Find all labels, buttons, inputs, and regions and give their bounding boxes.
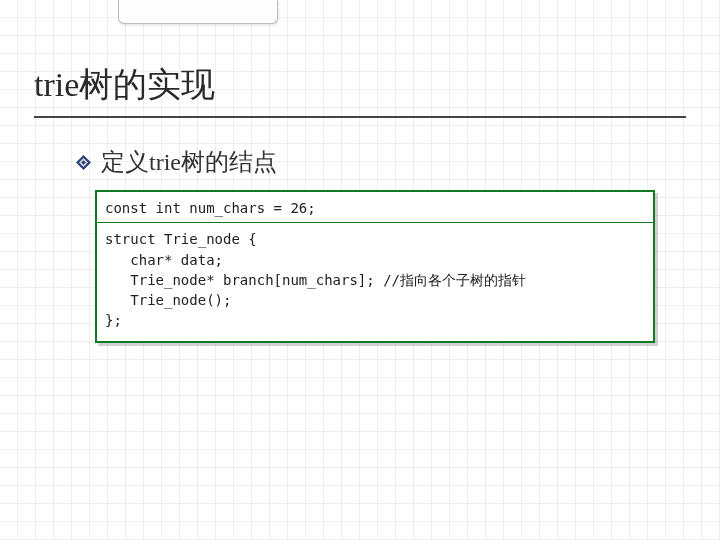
diamond-bullet-icon [76,155,91,170]
page-title: trie树的实现 [34,62,686,116]
bullet-item: 定义trie树的结点 [76,146,277,178]
code-box: const int num_chars = 26; struct Trie_no… [95,190,655,343]
title-underline [34,116,686,118]
code-block-2: struct Trie_node { char* data; Trie_node… [105,229,645,330]
decorative-tab [118,0,278,24]
title-area: trie树的实现 [34,62,686,118]
code-divider [97,222,653,223]
bullet-text: 定义trie树的结点 [101,146,277,178]
code-line-1: const int num_chars = 26; [105,198,645,218]
